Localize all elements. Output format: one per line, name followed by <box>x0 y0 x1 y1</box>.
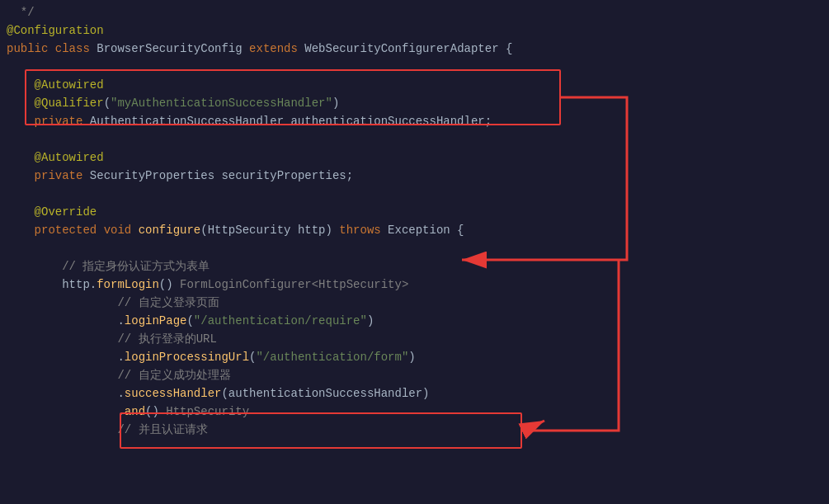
line-3: public class BrowserSecurityConfig exten… <box>0 40 829 58</box>
code-token: @Override <box>35 205 97 219</box>
code-token: successHandler <box>125 387 222 400</box>
code-token: BrowserSecurityConfig <box>97 42 249 55</box>
code-token: extends <box>249 42 304 55</box>
line-15: // 指定身份认证方式为表单 <box>0 257 829 276</box>
line-22: .successHandler(authenticationSuccessHan… <box>0 384 829 403</box>
code-token <box>7 115 35 128</box>
code-token: () <box>159 278 180 291</box>
code-token: // 自定义登录页面 <box>7 295 219 310</box>
line-7: private AuthenticationSuccessHandler aut… <box>0 112 829 130</box>
code-content: */ @Configuration public class BrowserSe… <box>0 0 829 442</box>
line-24: // 并且认证请求 <box>0 421 829 439</box>
line-19: // 执行登录的URL <box>0 330 829 348</box>
code-token: void <box>104 224 139 237</box>
line-11 <box>0 185 829 203</box>
code-token: ( <box>221 387 228 400</box>
code-token: "/authentication/require" <box>194 314 367 327</box>
code-token <box>7 78 35 92</box>
code-token: . <box>7 405 125 418</box>
line-6: @Qualifier("myAuthenticationSuccessHandl… <box>0 94 829 112</box>
code-token <box>7 97 35 110</box>
code-token: private <box>35 115 90 128</box>
code-token: Exception { <box>388 224 464 237</box>
code-token: // 自定义成功处理器 <box>7 368 231 383</box>
code-token: SecurityProperties <box>90 169 222 182</box>
code-token: @Autowired <box>35 151 104 164</box>
line-2: @Configuration <box>0 21 829 40</box>
line-5: @Autowired <box>0 76 829 94</box>
code-token: ( <box>104 97 111 110</box>
line-1: */ <box>0 3 829 21</box>
line-4 <box>0 58 829 76</box>
code-token: @Configuration <box>7 24 104 37</box>
code-token: ) <box>422 387 429 400</box>
code-token: private <box>35 169 90 182</box>
line-9: @Autowired <box>0 148 829 167</box>
code-token: HttpSecurity <box>166 405 249 418</box>
code-token: configure <box>139 224 201 237</box>
code-editor: */ @Configuration public class BrowserSe… <box>0 0 829 504</box>
code-token: // 并且认证请求 <box>7 422 208 437</box>
code-token: public <box>7 42 55 55</box>
code-token: (HttpSecurity http) <box>200 224 339 237</box>
code-token: authenticationSuccessHandler; <box>290 115 492 128</box>
code-token: ) <box>367 314 374 327</box>
code-token: . <box>7 314 125 327</box>
line-13: protected void configure(HttpSecurity ht… <box>0 221 829 239</box>
code-token: authenticationSuccessHandler <box>228 387 422 400</box>
code-token <box>7 224 35 237</box>
code-token: () <box>145 405 166 418</box>
line-18: .loginPage("/authentication/require") <box>0 312 829 330</box>
code-token: securityProperties; <box>221 169 353 182</box>
code-token: . <box>7 387 125 400</box>
code-token: "myAuthenticationSuccessHandler" <box>111 97 332 110</box>
code-token: AuthenticationSuccessHandler <box>90 115 291 128</box>
code-token: FormLoginConfigurer<HttpSecurity> <box>180 278 408 291</box>
line-17: // 自定义登录页面 <box>0 294 829 312</box>
code-token: class <box>55 42 97 55</box>
throws-keyword: throws <box>339 224 388 237</box>
code-token: http. <box>7 278 97 291</box>
code-token: ) <box>332 97 339 110</box>
code-token: loginProcessingUrl <box>125 351 249 364</box>
line-12: @Override <box>0 203 829 221</box>
code-token <box>7 151 35 164</box>
code-token: "/authentication/form" <box>256 351 408 364</box>
code-token: formLogin <box>97 278 159 291</box>
code-token: */ <box>7 6 35 19</box>
line-8 <box>0 130 829 148</box>
code-token: loginPage <box>125 314 187 327</box>
code-token: . <box>7 351 125 364</box>
code-token: protected <box>35 224 104 237</box>
code-token: // 执行登录的URL <box>7 332 217 346</box>
code-token: @Autowired <box>35 78 104 92</box>
code-token: ( <box>249 351 256 364</box>
code-token: WebSecurityConfigurerAdapter { <box>304 42 512 55</box>
code-token: ) <box>408 351 415 364</box>
line-21: // 自定义成功处理器 <box>0 366 829 384</box>
code-token: @Qualifier <box>35 97 104 110</box>
code-token <box>7 205 35 219</box>
line-14 <box>0 239 829 257</box>
code-token: and <box>125 405 145 418</box>
line-23: .and() HttpSecurity <box>0 403 829 421</box>
code-token <box>7 169 35 182</box>
line-20: .loginProcessingUrl("/authentication/for… <box>0 348 829 366</box>
line-16: http.formLogin() FormLoginConfigurer<Htt… <box>0 276 829 294</box>
code-token: ( <box>186 314 193 327</box>
code-token: // 指定身份认证方式为表单 <box>7 259 210 274</box>
line-10: private SecurityProperties securityPrope… <box>0 167 829 185</box>
